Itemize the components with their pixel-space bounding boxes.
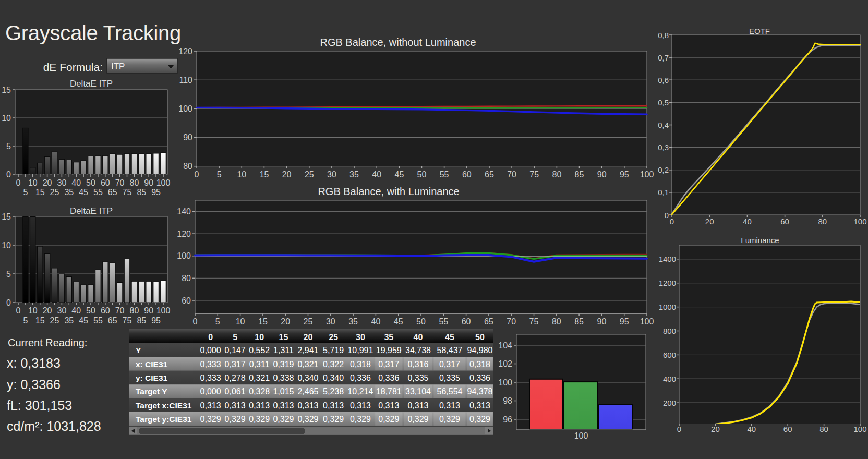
svg-text:95: 95: [620, 170, 629, 179]
svg-text:140: 140: [177, 207, 191, 216]
svg-text:20: 20: [282, 170, 292, 179]
svg-text:10: 10: [237, 170, 246, 179]
svg-text:0,313: 0,313: [378, 401, 399, 410]
svg-text:45: 45: [445, 333, 454, 342]
svg-text:55: 55: [440, 170, 449, 179]
svg-text:y: CIE31: y: CIE31: [136, 373, 168, 382]
svg-text:50: 50: [86, 306, 95, 315]
svg-text:75: 75: [529, 317, 539, 326]
svg-text:10: 10: [28, 306, 38, 315]
svg-text:60: 60: [783, 425, 792, 433]
svg-text:25: 25: [305, 170, 314, 179]
svg-text:5: 5: [233, 333, 237, 342]
svg-text:50: 50: [475, 333, 485, 342]
svg-text:0,313: 0,313: [350, 401, 371, 410]
svg-text:30: 30: [57, 178, 67, 187]
svg-text:10,991: 10,991: [347, 346, 373, 355]
svg-text:25: 25: [329, 333, 338, 342]
svg-text:0,7: 0,7: [658, 53, 669, 62]
svg-text:75: 75: [123, 188, 132, 197]
svg-text:0,329: 0,329: [469, 415, 490, 424]
svg-text:20: 20: [43, 178, 52, 187]
svg-text:0,329: 0,329: [297, 415, 318, 424]
svg-text:15: 15: [2, 86, 11, 94]
svg-text:30: 30: [326, 317, 335, 326]
svg-text:0,336: 0,336: [378, 373, 399, 382]
svg-text:0,329: 0,329: [439, 415, 460, 424]
svg-text:50: 50: [416, 317, 426, 326]
svg-text:25: 25: [50, 316, 59, 325]
svg-text:EOTF: EOTF: [749, 27, 770, 35]
svg-text:45: 45: [79, 316, 88, 325]
svg-text:35: 35: [348, 317, 358, 326]
svg-text:25: 25: [304, 317, 313, 326]
svg-text:0,329: 0,329: [249, 415, 270, 424]
svg-text:70: 70: [115, 306, 125, 315]
svg-text:102: 102: [498, 359, 512, 368]
svg-text:90: 90: [597, 170, 607, 179]
svg-text:20: 20: [281, 317, 290, 326]
svg-text:0,313: 0,313: [297, 401, 318, 410]
svg-text:70: 70: [507, 170, 516, 179]
svg-text:Current Reading:: Current Reading:: [8, 337, 87, 348]
svg-text:30: 30: [57, 306, 67, 315]
svg-text:20: 20: [711, 425, 720, 433]
svg-text:0,319: 0,319: [273, 360, 294, 369]
svg-text:200: 200: [663, 398, 676, 407]
svg-text:10: 10: [28, 178, 38, 187]
svg-text:0,321: 0,321: [249, 373, 270, 382]
svg-text:100: 100: [498, 378, 512, 387]
svg-text:55: 55: [93, 188, 103, 197]
svg-text:0,338: 0,338: [273, 373, 294, 382]
svg-text:60: 60: [101, 178, 110, 187]
svg-text:100: 100: [177, 251, 191, 260]
svg-text:100: 100: [640, 317, 654, 326]
svg-text:30: 30: [356, 333, 365, 342]
svg-text:90: 90: [144, 178, 153, 187]
svg-text:0,552: 0,552: [249, 346, 270, 355]
svg-text:5,719: 5,719: [323, 346, 344, 355]
svg-text:0: 0: [6, 170, 11, 179]
svg-text:100: 100: [156, 178, 171, 187]
svg-text:0: 0: [193, 317, 198, 326]
svg-text:0: 0: [6, 298, 11, 307]
svg-text:0,336: 0,336: [469, 373, 490, 382]
svg-text:20: 20: [43, 306, 52, 315]
svg-text:33,104: 33,104: [405, 387, 431, 396]
svg-text:RGB Balance, without Luminance: RGB Balance, without Luminance: [320, 37, 476, 48]
svg-text:85: 85: [575, 170, 584, 179]
svg-text:0,8: 0,8: [658, 31, 669, 40]
svg-text:15: 15: [35, 316, 45, 325]
svg-text:0,317: 0,317: [439, 360, 460, 369]
svg-text:0: 0: [677, 425, 681, 433]
svg-text:0,329: 0,329: [200, 415, 221, 424]
svg-text:0: 0: [208, 333, 213, 342]
svg-text:0: 0: [665, 211, 669, 220]
svg-text:120: 120: [177, 230, 191, 238]
svg-text:600: 600: [663, 351, 676, 359]
svg-text:18,781: 18,781: [376, 387, 402, 396]
svg-text:80: 80: [818, 217, 827, 226]
svg-text:5: 5: [215, 317, 220, 326]
svg-text:60: 60: [101, 306, 110, 315]
svg-text:dE Formula:: dE Formula:: [43, 61, 103, 73]
svg-text:40: 40: [371, 317, 381, 326]
svg-text:60: 60: [780, 217, 789, 226]
svg-text:90: 90: [597, 317, 607, 326]
svg-text:85: 85: [137, 188, 146, 197]
svg-text:100: 100: [574, 431, 588, 440]
svg-text:0,329: 0,329: [323, 415, 344, 424]
svg-text:cd/m²: 1031,828: cd/m²: 1031,828: [7, 419, 101, 433]
svg-text:0,278: 0,278: [225, 373, 246, 382]
svg-text:40: 40: [71, 178, 81, 187]
svg-text:10: 10: [255, 333, 264, 342]
svg-text:15: 15: [258, 317, 268, 326]
svg-text:0,3: 0,3: [658, 143, 669, 152]
svg-text:20: 20: [705, 217, 714, 226]
svg-text:Y: Y: [136, 346, 141, 355]
svg-text:0,340: 0,340: [323, 373, 344, 382]
svg-text:0,313: 0,313: [225, 401, 246, 410]
svg-text:100: 100: [178, 104, 192, 113]
svg-text:0,328: 0,328: [249, 387, 270, 396]
svg-text:0: 0: [16, 306, 21, 315]
